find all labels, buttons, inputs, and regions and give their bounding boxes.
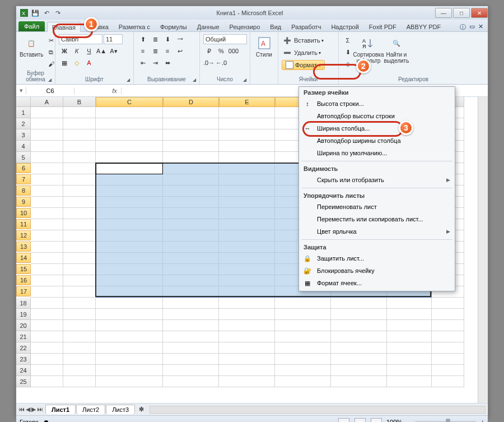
fill-color-icon[interactable]: ◇ — [71, 58, 82, 68]
row-header[interactable]: 8 — [16, 186, 31, 196]
cell[interactable] — [31, 197, 63, 208]
cell[interactable] — [63, 264, 96, 275]
tab-формулы[interactable]: Формулы — [155, 21, 192, 31]
cell[interactable] — [219, 163, 275, 174]
cell[interactable] — [96, 365, 163, 376]
cell[interactable] — [219, 298, 275, 309]
cell[interactable] — [219, 174, 275, 186]
row-header[interactable]: 22 — [16, 342, 31, 354]
cell[interactable] — [63, 152, 96, 163]
currency-icon[interactable]: ₽ — [203, 46, 214, 56]
format-cells-button[interactable]: Формат▾ — [282, 60, 325, 70]
cell[interactable] — [31, 275, 63, 286]
font-name-selector[interactable]: Calibri — [59, 34, 102, 44]
orientation-icon[interactable]: ⭢ — [174, 34, 185, 44]
cell[interactable] — [219, 242, 275, 253]
cell[interactable] — [432, 298, 464, 309]
row-header[interactable]: 14 — [16, 253, 31, 263]
dialog-launcher-icon[interactable]: ◢ — [192, 77, 197, 83]
tab-разработч[interactable]: Разработч — [286, 21, 326, 31]
row-header[interactable]: 19 — [16, 309, 31, 320]
cell[interactable] — [31, 298, 63, 309]
cell[interactable] — [96, 264, 163, 275]
cell[interactable] — [387, 331, 432, 342]
cell[interactable] — [275, 309, 331, 320]
cell[interactable] — [219, 141, 275, 152]
file-tab[interactable]: Файл — [18, 21, 45, 31]
cell[interactable] — [31, 320, 63, 331]
cell[interactable] — [96, 163, 163, 174]
cell[interactable] — [63, 286, 96, 298]
sheet-tab[interactable]: Лист1 — [45, 405, 76, 414]
row-header[interactable]: 12 — [16, 230, 31, 240]
cell[interactable] — [63, 107, 96, 118]
cell[interactable] — [63, 376, 96, 387]
cell[interactable] — [63, 141, 96, 152]
cell[interactable] — [163, 309, 219, 320]
cell[interactable] — [31, 208, 63, 219]
cell[interactable] — [331, 331, 387, 342]
sheet-tab[interactable]: Лист2 — [76, 405, 105, 414]
row-header[interactable]: 6 — [16, 163, 31, 173]
doc-close-icon[interactable]: ✕ — [478, 23, 483, 31]
cell[interactable] — [219, 331, 275, 342]
cell[interactable] — [96, 376, 163, 387]
cell[interactable] — [219, 365, 275, 376]
cell[interactable] — [63, 354, 96, 365]
cell[interactable] — [331, 320, 387, 331]
row-header[interactable]: 4 — [16, 141, 31, 152]
close-button[interactable]: ✕ — [471, 8, 488, 18]
cell[interactable] — [275, 365, 331, 376]
cell[interactable] — [31, 163, 63, 174]
cell[interactable] — [432, 342, 464, 354]
cell[interactable] — [63, 174, 96, 186]
cell[interactable] — [163, 129, 219, 141]
menu-item-autofit-col[interactable]: Автоподбор ширины столбца — [299, 135, 455, 147]
styles-button[interactable]: A Стили — [254, 34, 274, 75]
cell[interactable] — [63, 129, 96, 141]
cell[interactable] — [63, 253, 96, 264]
cell[interactable] — [163, 275, 219, 286]
align-bottom-icon[interactable]: ⬇ — [162, 34, 173, 44]
cell[interactable] — [163, 141, 219, 152]
cell[interactable] — [331, 342, 387, 354]
cell[interactable] — [432, 365, 464, 376]
cell[interactable] — [31, 186, 63, 197]
cell[interactable] — [331, 376, 387, 387]
view-normal-icon[interactable] — [338, 418, 349, 423]
cell[interactable] — [331, 298, 387, 309]
cell[interactable] — [96, 331, 163, 342]
ribbon-minimize-icon[interactable]: ▭ — [469, 23, 475, 31]
cell[interactable] — [63, 331, 96, 342]
tab-abbyy pdf[interactable]: ABBYY PDF — [402, 21, 446, 31]
cell[interactable] — [219, 118, 275, 129]
menu-item-move-copy-sheet[interactable]: Переместить или скопировать лист... — [299, 213, 455, 225]
row-header[interactable]: 25 — [16, 376, 31, 387]
font-size-selector[interactable]: 11 — [104, 34, 123, 44]
menu-item-default-width[interactable]: Ширина по умолчанию... — [299, 147, 455, 159]
cell[interactable] — [387, 354, 432, 365]
undo-icon[interactable]: ↶ — [42, 8, 51, 17]
menu-item-rename-sheet[interactable]: Переименовать лист — [299, 201, 455, 213]
cell[interactable] — [387, 298, 432, 309]
cell[interactable] — [31, 129, 63, 141]
cell[interactable] — [219, 354, 275, 365]
cell[interactable] — [31, 174, 63, 186]
cell[interactable] — [219, 219, 275, 230]
cell[interactable] — [63, 163, 96, 174]
cell[interactable] — [219, 376, 275, 387]
cell[interactable] — [219, 152, 275, 163]
cell[interactable] — [63, 242, 96, 253]
cell[interactable] — [96, 354, 163, 365]
menu-item-format-cells[interactable]: ▦Формат ячеек... — [299, 277, 455, 289]
cell[interactable] — [163, 118, 219, 129]
cell[interactable] — [31, 331, 63, 342]
wrap-text-icon[interactable]: ↩ — [174, 46, 185, 56]
row-header[interactable]: 9 — [16, 197, 31, 207]
cell[interactable] — [96, 107, 163, 118]
percent-icon[interactable]: % — [216, 46, 227, 56]
align-right-icon[interactable]: ≡ — [162, 46, 173, 56]
cell[interactable] — [163, 219, 219, 230]
tab-рецензиро[interactable]: Рецензиро — [225, 21, 265, 31]
row-header[interactable]: 3 — [16, 129, 31, 141]
